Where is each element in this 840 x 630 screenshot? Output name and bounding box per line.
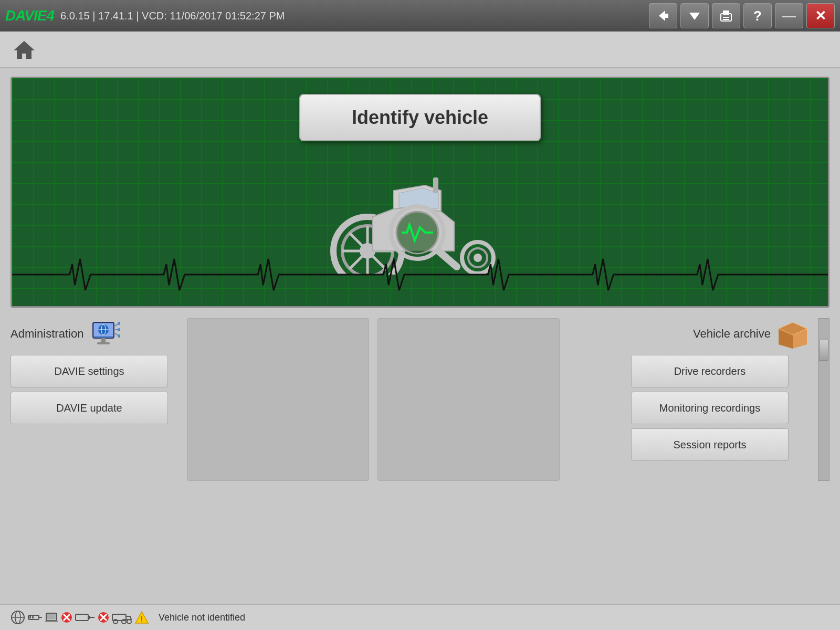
- globe-icon: [10, 610, 25, 625]
- close-button[interactable]: ✕: [806, 3, 835, 28]
- app-logo: DAVIE4: [5, 7, 54, 24]
- session-reports-button[interactable]: Session reports: [631, 428, 789, 461]
- help-button[interactable]: ?: [743, 3, 772, 28]
- admin-header: Administration: [10, 318, 178, 350]
- main-content: Identify vehicle: [0, 68, 840, 489]
- scrollbar-thumb[interactable]: [819, 340, 828, 361]
- svg-rect-51: [88, 616, 90, 619]
- svg-rect-50: [76, 614, 88, 621]
- svg-rect-42: [29, 616, 31, 618]
- dropdown-button[interactable]: [680, 3, 709, 28]
- cable-icon: [75, 610, 96, 625]
- minimize-button[interactable]: —: [775, 3, 803, 28]
- monitor-panel: Identify vehicle: [10, 77, 830, 308]
- titlebar: DAVIE4 6.0.15 | 17.41.1 | VCD: 11/06/201…: [0, 0, 840, 32]
- empty-panel-1: [187, 318, 369, 481]
- archive-header: Vehicle archive: [631, 318, 810, 350]
- svg-marker-5: [14, 41, 35, 59]
- vehicle-small-icon: [111, 610, 132, 625]
- monitoring-recordings-button[interactable]: Monitoring recordings: [631, 392, 789, 424]
- statusbar: ! Vehicle not identified: [0, 604, 840, 630]
- ecg-line: [12, 243, 828, 306]
- bottom-area: Administration: [10, 318, 830, 481]
- warning-icon: !: [134, 610, 149, 625]
- svg-rect-26: [97, 342, 110, 344]
- svg-rect-45: [47, 614, 56, 620]
- error-icon-2: [98, 612, 109, 623]
- archive-icon: [776, 318, 810, 350]
- admin-icon: [89, 318, 120, 350]
- archive-title: Vehicle archive: [693, 327, 771, 341]
- svg-rect-25: [101, 338, 106, 342]
- davie-update-button[interactable]: DAVIE update: [10, 392, 168, 424]
- svg-point-30: [118, 328, 120, 331]
- svg-rect-46: [45, 621, 58, 622]
- laptop-icon: [44, 610, 59, 625]
- error-icon-1: [61, 612, 72, 623]
- toolbar: [0, 32, 840, 68]
- svg-text:!: !: [141, 615, 143, 623]
- svg-rect-16: [433, 177, 438, 193]
- drive-recorders-button[interactable]: Drive recorders: [631, 355, 789, 387]
- titlebar-left: DAVIE4 6.0.15 | 17.41.1 | VCD: 11/06/201…: [5, 7, 285, 24]
- davie-settings-button[interactable]: DAVIE settings: [10, 355, 168, 387]
- svg-rect-2: [723, 10, 729, 15]
- status-text: Vehicle not identified: [159, 612, 245, 623]
- svg-rect-3: [723, 17, 729, 18]
- titlebar-buttons: ? — ✕: [649, 3, 835, 28]
- archive-section: Vehicle archive Drive re: [631, 318, 810, 481]
- back-button[interactable]: [649, 3, 677, 28]
- print-button[interactable]: [712, 3, 740, 28]
- connector-icon: [27, 610, 42, 625]
- identify-vehicle-button[interactable]: Identify vehicle: [299, 94, 541, 141]
- scrollbar[interactable]: [818, 318, 830, 481]
- home-icon[interactable]: [10, 36, 38, 63]
- admin-section: Administration: [10, 318, 178, 481]
- svg-marker-0: [689, 13, 700, 20]
- status-icons: !: [10, 610, 149, 625]
- svg-rect-43: [32, 616, 34, 618]
- empty-panel-2: [377, 318, 560, 481]
- version-info: 6.0.15 | 17.41.1 | VCD: 11/06/2017 01:52…: [60, 10, 285, 22]
- spacer: [568, 318, 623, 481]
- admin-title: Administration: [10, 327, 83, 341]
- svg-point-59: [127, 620, 131, 624]
- svg-rect-4: [723, 19, 729, 20]
